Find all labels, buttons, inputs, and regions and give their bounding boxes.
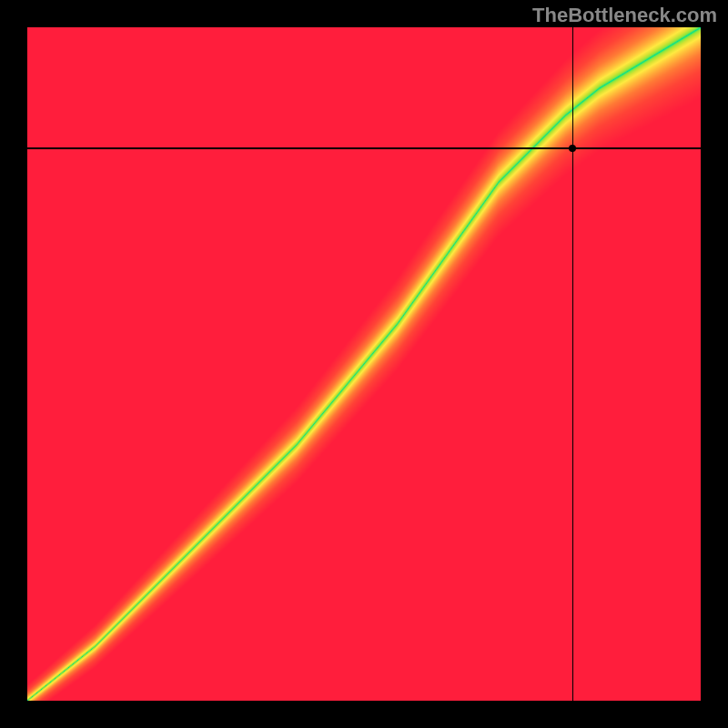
- marker-dot: [569, 145, 576, 152]
- watermark-text: TheBottleneck.com: [532, 4, 717, 27]
- heatmap-canvas: [27, 27, 701, 701]
- heatmap-plot: [27, 27, 701, 701]
- crosshair-vertical: [572, 27, 574, 701]
- crosshair-horizontal: [27, 147, 701, 149]
